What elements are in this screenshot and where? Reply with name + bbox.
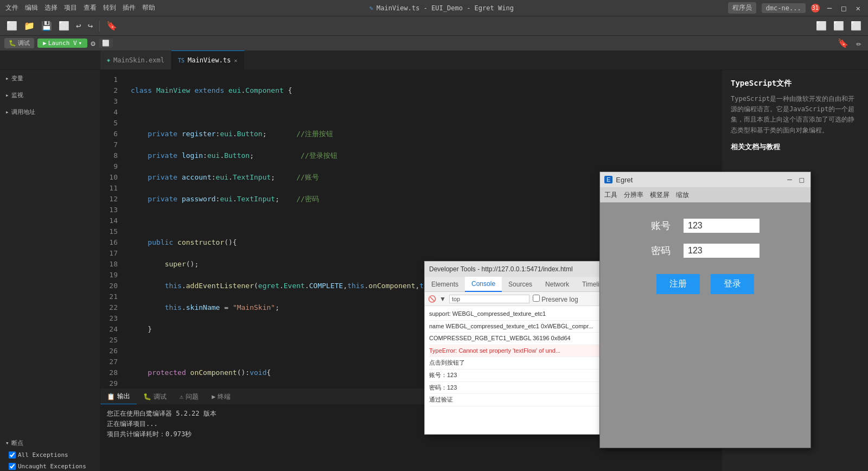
tab-issues[interactable]: ⚠ 问题 — [173, 389, 205, 404]
egret-window-title: E Egret — [604, 176, 633, 184]
right-panel-title: TypeScript文件 — [731, 79, 859, 88]
tab-mainskin-label: MainSkin.exml — [113, 56, 164, 64]
password-input[interactable] — [684, 244, 760, 258]
notification-badge[interactable]: 31 — [811, 4, 820, 12]
right-panel-bookmark[interactable]: 🔖 — [835, 37, 851, 49]
run-button[interactable]: ▶ Launch V ▾ — [37, 39, 87, 48]
tab-close-button[interactable]: ✕ — [234, 58, 237, 63]
debug-icon: 🐛 — [143, 393, 151, 400]
panel-toggle-center[interactable]: ⬜ — [831, 20, 846, 32]
egret-tool-orientation[interactable]: 横竖屏 — [650, 190, 669, 200]
tab-terminal[interactable]: ▶ 终端 — [205, 389, 237, 404]
log-line-2: name WEBGL_compressed_texture_etc1 0xWEB… — [429, 321, 604, 333]
debug-button[interactable]: ⬜ — [99, 39, 113, 48]
account-row: 账号 — [611, 219, 800, 233]
chevron-icon-breakpoints: ▾ — [5, 440, 9, 447]
preserve-log-checkbox[interactable] — [533, 295, 540, 302]
right-panel-related-title: 相关文档与教程 — [731, 142, 859, 152]
open-file-button[interactable]: 📁 — [22, 20, 37, 32]
window-title: MainView.ts - EUI_Demo - Egret Wing — [376, 4, 514, 12]
egret-tool-resolution[interactable]: 分辨率 — [624, 190, 643, 200]
bookmark-button[interactable]: 🔖 — [104, 20, 119, 32]
egret-minimize[interactable]: ─ — [785, 175, 794, 184]
login-button[interactable]: 登录 — [711, 274, 754, 294]
egret-window: E Egret ─ □ 工具 分辨率 横竖屏 缩放 账号 密码 注册 登录 — [599, 171, 811, 448]
console-clear-icon[interactable]: 🚫 — [428, 295, 436, 303]
sidebar-label-variables: 变量 — [11, 74, 23, 82]
egret-preview-content: 账号 密码 注册 登录 — [600, 202, 810, 448]
devtools-tab-bar: Elements Console Sources Network Timelin… — [425, 277, 608, 292]
sidebar-header-watch[interactable]: ▸ 监视 — [0, 89, 100, 101]
username: dmc-ne... — [762, 3, 806, 13]
menu-file[interactable]: 文件 — [5, 3, 18, 12]
close-button[interactable]: ✕ — [854, 4, 863, 12]
panel-toggle-left[interactable]: ⬜ — [814, 20, 829, 32]
menu-goto[interactable]: 转到 — [103, 3, 116, 12]
tab-mainskin[interactable]: ◈ MainSkin.exml — [100, 50, 171, 69]
right-panel-description: TypeScript是一种由微软开发的自由和开源的编程语言。它是JavaScri… — [731, 94, 859, 136]
egret-tool-zoom[interactable]: 缩放 — [676, 190, 689, 200]
menu-help[interactable]: 帮助 — [142, 3, 155, 12]
preserve-log-label: Preserve log — [541, 296, 578, 303]
title-bar-right: 程序员 dmc-ne... 31 ─ □ ✕ — [728, 2, 863, 14]
devtools-console-content: support: WEBGL_compressed_texture_etc1 n… — [425, 306, 608, 434]
devtools-tab-network[interactable]: Network — [539, 277, 576, 292]
sidebar-header-callstack[interactable]: ▸ 调用地址 — [0, 106, 100, 118]
toolbar: ⬜ 📁 💾 ⬜ ↩ ↪ 🔖 ⬜ ⬜ ⬜ — [0, 16, 868, 36]
uncaught-exceptions-label: Uncaught Exceptions — [18, 463, 86, 470]
menu-project[interactable]: 项目 — [64, 3, 77, 12]
chevron-icon-watch: ▸ — [5, 92, 9, 99]
sidebar-label-breakpoints: 断点 — [11, 439, 23, 447]
egret-maximize[interactable]: □ — [797, 175, 806, 184]
egret-window-controls: ─ □ — [785, 175, 806, 184]
right-panel-pen[interactable]: ✏ — [854, 37, 864, 49]
menu-edit[interactable]: 编辑 — [25, 3, 38, 12]
egret-tool-tools[interactable]: 工具 — [604, 190, 617, 200]
sidebar-label-watch: 监视 — [11, 91, 23, 99]
sidebar-section-variables: ▸ 变量 — [0, 70, 100, 87]
terminal-label: 终端 — [218, 392, 231, 402]
devtools-tab-sources[interactable]: Sources — [502, 277, 539, 292]
sidebar-section-breakpoints: ▾ 断点 All Exceptions Uncaught Exceptions — [0, 435, 100, 471]
maximize-button[interactable]: □ — [839, 4, 848, 12]
preserve-log-text: Preserve log — [533, 295, 578, 303]
tab-output[interactable]: 📋 输出 — [100, 389, 137, 404]
log-line-3: COMPRESSED_RGB_ETC1_WEBGL 36196 0x8d64 — [429, 333, 604, 345]
menu-plugin[interactable]: 插件 — [123, 3, 136, 12]
egret-logo: E — [604, 176, 612, 183]
sidebar-header-breakpoints[interactable]: ▾ 断点 — [0, 437, 100, 449]
all-exceptions-checkbox[interactable] — [9, 451, 16, 459]
user-role: 程序员 — [728, 2, 756, 14]
register-button[interactable]: 注册 — [656, 274, 700, 294]
devtools-tab-console[interactable]: Console — [465, 277, 502, 292]
log-line-7: 密码：123 — [429, 382, 604, 394]
menu-view[interactable]: 查看 — [84, 3, 97, 12]
tab-debug[interactable]: 🐛 调试 — [137, 389, 173, 404]
menu-select[interactable]: 选择 — [44, 3, 58, 12]
uncaught-exceptions-checkbox[interactable] — [9, 463, 16, 470]
account-input[interactable] — [684, 219, 760, 233]
minimize-button[interactable]: ─ — [825, 4, 834, 12]
log-line-4: TypeError: Cannot set property 'textFlow… — [429, 345, 604, 358]
save-button[interactable]: 💾 — [39, 20, 54, 32]
console-filter-input[interactable] — [449, 295, 529, 303]
sidebar-header-variables[interactable]: ▸ 变量 — [0, 72, 100, 85]
redo-button[interactable]: ↪ — [86, 20, 95, 32]
log-line-1: support: WEBGL_compressed_texture_etc1 — [429, 308, 604, 321]
devtools-tab-elements[interactable]: Elements — [425, 277, 465, 292]
sidebar-label-callstack: 调用地址 — [11, 108, 35, 116]
tab-mainview-label: MainView.ts — [188, 56, 231, 64]
egret-toolbar: 工具 分辨率 横竖屏 缩放 — [600, 187, 810, 202]
chevron-icon: ▸ — [5, 75, 9, 82]
ts-file-icon: TS — [178, 58, 184, 63]
settings-button[interactable]: ⚙ — [91, 39, 95, 48]
new-file-button[interactable]: ⬜ — [4, 20, 20, 32]
save-all-button[interactable]: ⬜ — [56, 20, 72, 32]
panel-toggle-right[interactable]: ⬜ — [848, 20, 864, 32]
tab-mainview[interactable]: TS MainView.ts ✕ — [171, 50, 245, 69]
devtools-title-bar: Developer Tools - http://127.0.0.1:5471/… — [425, 262, 608, 277]
egret-title-text: Egret — [616, 176, 633, 184]
undo-button[interactable]: ↩ — [74, 20, 84, 32]
menu-bar[interactable]: 文件 编辑 选择 项目 查看 转到 插件 帮助 — [5, 3, 155, 12]
filter-icon[interactable]: ▼ — [439, 295, 446, 303]
